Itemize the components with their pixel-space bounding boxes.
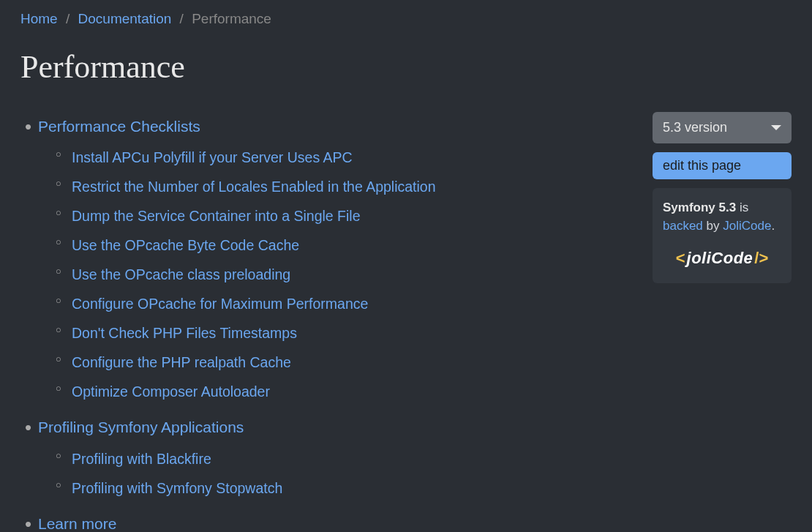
list-item: Configure the PHP realpath Cache xyxy=(72,348,631,378)
toc-link[interactable]: Install APCu Polyfill if your Server Use… xyxy=(72,149,353,165)
toc-link[interactable]: Dump the Service Container into a Single… xyxy=(72,208,361,224)
toc-section-profiling: Profiling Symfony Applications Profiling… xyxy=(38,413,631,503)
chevron-down-icon xyxy=(771,125,781,130)
toc-link[interactable]: Use the OPcache class preloading xyxy=(72,266,290,282)
list-item: Profiling with Blackfire xyxy=(72,445,631,474)
list-item: Configure OPcache for Maximum Performanc… xyxy=(72,290,631,319)
page-title: Performance xyxy=(20,43,792,91)
logo-bracket-close-icon: /> xyxy=(754,246,768,270)
backed-by-box: Symfony 5.3 is backed by JoliCode. < jol… xyxy=(653,188,792,283)
backed-link[interactable]: backed xyxy=(663,219,703,233)
toc-link[interactable]: Restrict the Number of Locales Enabled i… xyxy=(72,179,436,195)
logo-bracket-open-icon: < xyxy=(676,246,685,270)
backed-text: Symfony 5.3 is backed by JoliCode. xyxy=(663,198,781,236)
breadcrumb-docs[interactable]: Documentation xyxy=(78,11,172,26)
list-item: Don't Check PHP Files Timestamps xyxy=(72,319,631,348)
list-item: Dump the Service Container into a Single… xyxy=(72,202,631,231)
toc-link[interactable]: Profiling with Symfony Stopwatch xyxy=(72,480,282,496)
toc-link[interactable]: Configure the PHP realpath Cache xyxy=(72,354,291,370)
sidebar: 5.3 version edit this page Symfony 5.3 i… xyxy=(653,112,792,283)
toc-link[interactable]: Profiling Symfony Applications xyxy=(38,419,244,435)
list-item: Optimize Composer Autoloader xyxy=(72,378,631,407)
toc-section-learn-more: Learn more xyxy=(38,509,631,532)
version-label: 5.3 version xyxy=(663,118,727,138)
toc-link[interactable]: Profiling with Blackfire xyxy=(72,451,211,467)
breadcrumb-sep: / xyxy=(66,11,69,26)
product-name: Symfony 5.3 xyxy=(663,201,736,214)
list-item: Use the OPcache class preloading xyxy=(72,261,631,290)
breadcrumb-sep: / xyxy=(180,11,184,26)
list-item: Restrict the Number of Locales Enabled i… xyxy=(72,173,631,202)
version-select[interactable]: 5.3 version xyxy=(653,112,792,143)
toc-link[interactable]: Don't Check PHP Files Timestamps xyxy=(72,325,297,341)
logo-text: joliCode xyxy=(687,246,753,270)
toc-link[interactable]: Learn more xyxy=(38,515,116,532)
toc-section-checklists: Performance Checklists Install APCu Poly… xyxy=(38,112,631,408)
list-item: Use the OPcache Byte Code Cache xyxy=(72,231,631,261)
toc-link[interactable]: Optimize Composer Autoloader xyxy=(72,383,270,400)
edit-page-button[interactable]: edit this page xyxy=(653,152,792,179)
breadcrumb-current: Performance xyxy=(192,11,271,26)
list-item: Install APCu Polyfill if your Server Use… xyxy=(72,143,631,173)
breadcrumb: Home / Documentation / Performance xyxy=(20,9,792,30)
list-item: Profiling with Symfony Stopwatch xyxy=(72,474,631,503)
main-content: Performance Checklists Install APCu Poly… xyxy=(20,112,631,533)
sponsor-link[interactable]: JoliCode xyxy=(723,219,771,233)
toc-link[interactable]: Use the OPcache Byte Code Cache xyxy=(72,237,299,253)
breadcrumb-home[interactable]: Home xyxy=(20,11,58,26)
toc-link[interactable]: Performance Checklists xyxy=(38,118,200,135)
toc-link[interactable]: Configure OPcache for Maximum Performanc… xyxy=(72,296,368,312)
jolicode-logo[interactable]: < joliCode /> xyxy=(663,246,781,270)
